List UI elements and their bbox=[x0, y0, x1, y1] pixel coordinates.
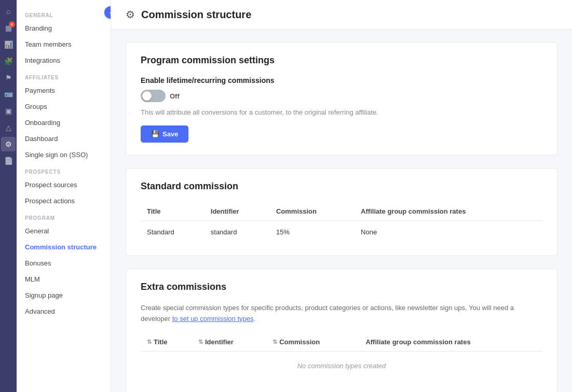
sort-icon-title: ⇅ bbox=[147, 339, 152, 345]
sidebar-item-sso[interactable]: Single sign on (SSO) bbox=[17, 147, 111, 163]
sidebar-item-dashboard[interactable]: Dashboard bbox=[17, 131, 111, 147]
extra-commissions-title: Extra commissions bbox=[141, 282, 542, 292]
section-label-program: Program bbox=[17, 209, 111, 223]
main-content: ⚙ Commission structure Program commissio… bbox=[111, 0, 572, 392]
empty-message: No commission types created bbox=[141, 351, 542, 380]
sidebar-item-groups[interactable]: Groups bbox=[17, 99, 111, 115]
col-header-title: Title bbox=[141, 202, 205, 221]
standard-commission-card: Standard commission Title Identifier Com… bbox=[126, 168, 557, 256]
sidebar-item-signup-page[interactable]: Signup page bbox=[17, 287, 111, 303]
row-title: Standard bbox=[141, 221, 205, 244]
section-label-prospects: Prospects bbox=[17, 163, 111, 177]
settings-nav-icon[interactable]: ⚙ bbox=[1, 137, 16, 151]
program-commission-title: Program commission settings bbox=[141, 55, 542, 66]
sidebar-section-general: General Branding Team members Integratio… bbox=[17, 6, 111, 68]
sidebar-item-general[interactable]: General bbox=[17, 223, 111, 239]
section-label-affiliates: Affiliates bbox=[17, 68, 111, 82]
content-area: Program commission settings Enable lifet… bbox=[111, 30, 572, 392]
page-header-icon: ⚙ bbox=[126, 8, 135, 21]
toggle-field-label: Enable lifetime/recurring commissions bbox=[141, 76, 542, 85]
standard-commission-table: Title Identifier Commission Affiliate gr… bbox=[141, 202, 542, 243]
sidebar-section-program: Program General Commission structure Bon… bbox=[17, 209, 111, 319]
page-title: Commission structure bbox=[141, 9, 251, 21]
lifetime-commission-toggle[interactable] bbox=[141, 90, 166, 102]
box-icon[interactable]: ▣ bbox=[1, 104, 16, 118]
extra-col-commission: ⇅ Commission bbox=[266, 333, 359, 352]
toggle-knob bbox=[142, 91, 152, 101]
icon-bar: ⌂ ▦ 6 📊 🧩 ⚑ 🪪 ▣ △ ⚙ 📄 bbox=[0, 0, 17, 392]
triangle-icon[interactable]: △ bbox=[1, 120, 16, 135]
table-row[interactable]: Standard standard 15% None bbox=[141, 221, 542, 244]
extra-commissions-table: ⇅ Title ⇅ Identifier ⇅ bbox=[141, 333, 542, 380]
extra-commissions-card: Extra commissions Create special commiss… bbox=[126, 269, 557, 392]
save-label: Save bbox=[162, 130, 178, 138]
sort-icon-identifier: ⇅ bbox=[198, 339, 203, 345]
home-icon[interactable]: ⌂ bbox=[1, 4, 16, 19]
program-commission-card: Program commission settings Enable lifet… bbox=[126, 42, 557, 156]
sidebar-section-affiliates: Affiliates Payments Groups Onboarding Da… bbox=[17, 68, 111, 163]
extra-col-affiliate-group: Affiliate group commission rates bbox=[359, 333, 542, 352]
chart-badge: 6 bbox=[9, 21, 15, 27]
row-affiliate-group-rates: None bbox=[355, 221, 542, 244]
standard-table-header-row: Title Identifier Commission Affiliate gr… bbox=[141, 202, 542, 221]
col-header-affiliate-group: Affiliate group commission rates bbox=[355, 202, 542, 221]
extra-col-identifier: ⇅ Identifier bbox=[192, 333, 266, 352]
id-card-icon[interactable]: 🪪 bbox=[1, 87, 16, 102]
bar-chart-icon[interactable]: 📊 bbox=[1, 37, 16, 52]
toggle-container: Off bbox=[141, 90, 542, 102]
col-header-identifier: Identifier bbox=[205, 202, 270, 221]
sidebar-section-prospects: Prospects Prospect sources Prospect acti… bbox=[17, 163, 111, 209]
sidebar-item-onboarding[interactable]: Onboarding bbox=[17, 115, 111, 131]
extra-table-header-row: ⇅ Title ⇅ Identifier ⇅ bbox=[141, 333, 542, 352]
row-commission: 15% bbox=[270, 221, 355, 244]
chart-icon[interactable]: ▦ 6 bbox=[1, 21, 16, 35]
sidebar-item-branding[interactable]: Branding bbox=[17, 20, 111, 36]
sidebar-item-payments[interactable]: Payments bbox=[17, 82, 111, 99]
standard-commission-title: Standard commission bbox=[141, 181, 542, 192]
setup-link[interactable]: to set up commission types bbox=[172, 315, 254, 323]
toggle-state-label: Off bbox=[170, 92, 180, 100]
docs-icon[interactable]: 📄 bbox=[1, 153, 16, 168]
sidebar-item-advanced[interactable]: Advanced bbox=[17, 303, 111, 319]
toggle-helper-text: This will attribute all conversions for … bbox=[141, 108, 542, 116]
puzzle-icon[interactable]: 🧩 bbox=[1, 54, 16, 68]
save-button[interactable]: 💾 Save bbox=[141, 125, 188, 143]
sidebar-item-bonuses[interactable]: Bonuses bbox=[17, 255, 111, 271]
page-header: ⚙ Commission structure bbox=[111, 0, 572, 30]
sidebar-item-integrations[interactable]: Integrations bbox=[17, 52, 111, 68]
empty-table-row: No commission types created bbox=[141, 351, 542, 380]
extra-description-suffix: . bbox=[254, 315, 256, 323]
flag-icon[interactable]: ⚑ bbox=[1, 71, 16, 85]
sidebar-item-prospect-sources[interactable]: Prospect sources bbox=[17, 177, 111, 193]
sidebar: ‹ General Branding Team members Integrat… bbox=[17, 0, 111, 392]
row-identifier: standard bbox=[205, 221, 270, 244]
save-icon: 💾 bbox=[151, 130, 159, 138]
col-header-commission: Commission bbox=[270, 202, 355, 221]
sidebar-item-mlm[interactable]: MLM bbox=[17, 271, 111, 287]
sidebar-item-commission-structure[interactable]: Commission structure bbox=[17, 239, 111, 255]
section-label-general: General bbox=[17, 6, 111, 20]
extra-col-title: ⇅ Title bbox=[141, 333, 192, 352]
sidebar-item-team-members[interactable]: Team members bbox=[17, 36, 111, 52]
sidebar-item-prospect-actions[interactable]: Prospect actions bbox=[17, 193, 111, 209]
extra-commissions-description: Create special commission types for spec… bbox=[141, 303, 542, 325]
sort-icon-commission: ⇅ bbox=[273, 339, 277, 345]
